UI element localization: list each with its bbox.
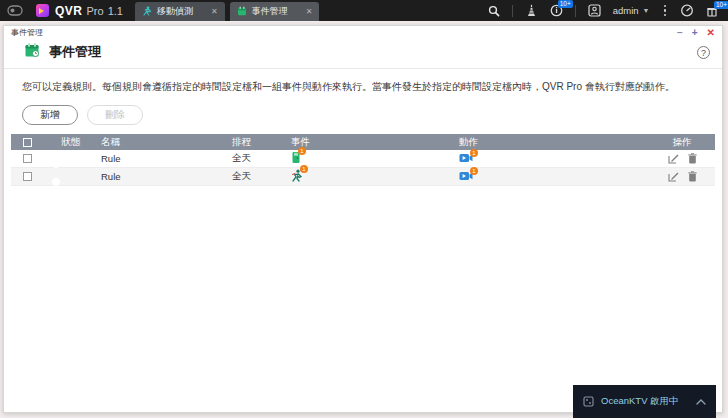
recording-action-icon[interactable]: 1	[459, 171, 473, 181]
rule-name: Rule	[94, 171, 224, 182]
close-button[interactable]: ✕	[707, 28, 715, 38]
tab-event-management[interactable]: 事件管理 ✕	[230, 2, 320, 21]
notifications-icon[interactable]: 10+	[550, 4, 563, 17]
edit-icon[interactable]	[668, 153, 679, 164]
tab-label: 事件管理	[252, 5, 288, 18]
header-divider	[4, 68, 722, 69]
page-title: 事件管理	[49, 43, 101, 61]
delete-button[interactable]: 刪除	[87, 105, 143, 125]
backup-station-icon[interactable]	[525, 4, 538, 17]
app-tabs: 移動偵測 ✕ 事件管理 ✕	[135, 2, 319, 21]
app-title-version: 1.1	[108, 5, 123, 17]
column-header-operation: 操作	[649, 136, 715, 149]
select-all-cell	[11, 138, 44, 147]
event-count-badge: 1	[298, 147, 306, 155]
user-icon[interactable]	[588, 4, 601, 17]
column-header-status: 狀態	[44, 136, 94, 149]
app-title-edition: Pro	[87, 5, 104, 17]
row-checkbox[interactable]	[23, 172, 32, 181]
action-count-badge: 1	[470, 149, 478, 157]
user-name-label: admin	[613, 5, 639, 16]
resource-monitor-icon[interactable]	[680, 4, 694, 17]
event-management-window: 事件管理 − + ✕ 事件管理 ? 您可以定義規則。每個規則會遵循指定的時間設定…	[3, 25, 723, 413]
app-title: QVR Pro 1.1	[55, 4, 123, 18]
event-management-icon	[237, 6, 247, 18]
tab-close-icon[interactable]: ✕	[306, 7, 313, 16]
page-header: 事件管理 ?	[4, 39, 722, 68]
toolbar: 新增 刪除	[22, 105, 722, 125]
rules-table: 狀態 名稱 排程 事件 動作 操作 Rule 全天 1	[11, 134, 715, 186]
recording-action-icon[interactable]: 1	[459, 153, 473, 163]
add-button[interactable]: 新增	[22, 105, 78, 125]
tab-close-icon[interactable]: ✕	[211, 7, 218, 16]
event-management-icon	[24, 42, 40, 62]
oceanktv-app-icon	[583, 393, 594, 411]
table-row: Rule 全天 1	[11, 150, 715, 168]
whats-new-badge: 10+	[714, 1, 728, 9]
delete-icon[interactable]	[688, 171, 697, 182]
row-checkbox[interactable]	[23, 154, 32, 163]
help-icon[interactable]: ?	[697, 46, 710, 59]
minimize-button[interactable]: −	[677, 28, 683, 38]
tab-label: 移動偵測	[157, 5, 193, 18]
maximize-button[interactable]: +	[692, 28, 698, 38]
chevron-down-icon: ▼	[643, 7, 650, 14]
door-event-icon[interactable]: 1	[291, 151, 301, 164]
window-title: 事件管理	[11, 27, 43, 38]
topbar-divider	[512, 5, 513, 17]
more-options-icon[interactable]	[662, 5, 669, 17]
motion-detection-icon	[142, 6, 152, 18]
column-header-schedule: 排程	[224, 136, 284, 149]
oceanktv-notification[interactable]: OceanKTV 啟用中	[573, 385, 716, 418]
window-controls: − + ✕	[677, 28, 715, 38]
column-header-name: 名稱	[94, 136, 224, 149]
delete-icon[interactable]	[688, 153, 697, 164]
rule-name: Rule	[94, 153, 224, 164]
user-menu[interactable]: admin ▼	[613, 5, 650, 16]
edit-icon[interactable]	[668, 171, 679, 182]
table-header-row: 狀態 名稱 排程 事件 動作 操作	[11, 134, 715, 150]
column-header-event: 事件	[284, 136, 452, 149]
topbar-divider	[575, 5, 576, 17]
chevron-up-icon[interactable]	[696, 399, 706, 405]
select-all-checkbox[interactable]	[23, 138, 32, 147]
oceanktv-status-label: OceanKTV 啟用中	[601, 395, 679, 408]
search-icon[interactable]	[488, 5, 500, 17]
tab-motion-detection[interactable]: 移動偵測 ✕	[135, 2, 225, 21]
column-header-action: 動作	[452, 136, 649, 149]
table-row: Rule 全天 1	[11, 168, 715, 186]
action-count-badge: 1	[470, 167, 478, 175]
main-menu-icon[interactable]	[7, 5, 23, 16]
notifications-badge: 10+	[558, 0, 573, 8]
rule-schedule: 全天	[224, 170, 284, 183]
event-count-badge: 1	[300, 165, 308, 173]
window-titlebar[interactable]: 事件管理 − + ✕	[4, 26, 722, 39]
motion-event-icon[interactable]: 1	[291, 169, 303, 182]
topbar-right-cluster: 10+ admin ▼	[488, 4, 728, 17]
app-title-product: QVR	[55, 4, 83, 18]
qvr-logo-icon	[36, 4, 49, 17]
topbar: QVR Pro 1.1 移動偵測 ✕ 事件管	[0, 0, 728, 21]
rule-schedule: 全天	[224, 152, 284, 165]
whats-new-icon[interactable]: 10+	[706, 5, 718, 17]
page-description: 您可以定義規則。每個規則會遵循指定的時間設定檔和一組事件與動作來執行。當事件發生…	[22, 80, 704, 94]
